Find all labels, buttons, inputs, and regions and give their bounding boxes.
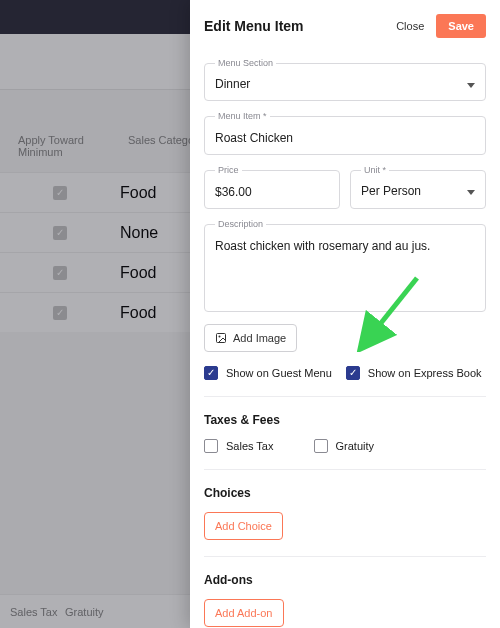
- menu-item-input[interactable]: [215, 129, 475, 149]
- gratuity-label: Gratuity: [336, 440, 375, 452]
- unit-select[interactable]: [361, 182, 461, 202]
- divider: [204, 396, 486, 397]
- addons-title: Add-ons: [204, 573, 486, 587]
- description-textarea[interactable]: [215, 236, 475, 302]
- chevron-down-icon: [467, 83, 475, 88]
- checkbox-icon: [204, 366, 218, 380]
- close-button[interactable]: Close: [396, 20, 424, 32]
- chevron-down-icon: [467, 190, 475, 195]
- add-addon-button[interactable]: Add Add-on: [204, 599, 284, 627]
- add-choice-button[interactable]: Add Choice: [204, 512, 283, 540]
- menu-item-label: Menu Item *: [215, 111, 270, 121]
- sales-tax-checkbox[interactable]: Sales Tax: [204, 439, 274, 453]
- unit-field[interactable]: Unit *: [350, 165, 486, 209]
- description-field[interactable]: Description: [204, 219, 486, 312]
- drawer-header: Edit Menu Item Close Save: [190, 0, 500, 48]
- menu-section-label: Menu Section: [215, 58, 276, 68]
- drawer-title: Edit Menu Item: [204, 18, 396, 34]
- divider: [204, 469, 486, 470]
- price-input[interactable]: [215, 183, 329, 203]
- svg-point-1: [219, 336, 221, 338]
- show-on-guest-menu-checkbox[interactable]: Show on Guest Menu: [204, 366, 332, 380]
- sales-tax-label: Sales Tax: [226, 440, 274, 452]
- description-label: Description: [215, 219, 266, 229]
- divider: [204, 556, 486, 557]
- add-image-button[interactable]: Add Image: [204, 324, 297, 352]
- price-label: Price: [215, 165, 242, 175]
- checkbox-icon: [314, 439, 328, 453]
- add-image-label: Add Image: [233, 332, 286, 344]
- choices-title: Choices: [204, 486, 486, 500]
- svg-rect-0: [217, 334, 226, 343]
- drawer-body: Menu Section Menu Item * Price Unit *: [190, 48, 500, 628]
- show-guest-label: Show on Guest Menu: [226, 367, 332, 379]
- menu-item-field[interactable]: Menu Item *: [204, 111, 486, 155]
- save-button[interactable]: Save: [436, 14, 486, 38]
- price-field[interactable]: Price: [204, 165, 340, 209]
- gratuity-checkbox[interactable]: Gratuity: [314, 439, 375, 453]
- show-express-label: Show on Express Book: [368, 367, 482, 379]
- menu-section-field[interactable]: Menu Section: [204, 58, 486, 101]
- unit-label: Unit *: [361, 165, 389, 175]
- show-on-express-book-checkbox[interactable]: Show on Express Book: [346, 366, 482, 380]
- menu-section-select[interactable]: [215, 75, 461, 95]
- taxes-fees-title: Taxes & Fees: [204, 413, 486, 427]
- checkbox-icon: [204, 439, 218, 453]
- edit-menu-item-drawer: Edit Menu Item Close Save Menu Section M…: [190, 0, 500, 628]
- checkbox-icon: [346, 366, 360, 380]
- image-icon: [215, 332, 227, 344]
